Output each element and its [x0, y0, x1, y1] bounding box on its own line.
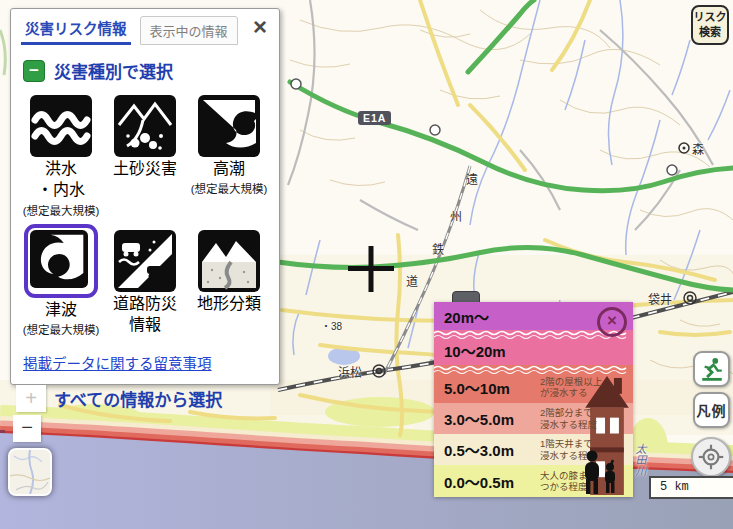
map-label-ota-river: 太田川: [632, 443, 648, 476]
hazard-label: 情報: [129, 316, 161, 334]
data-notes-link[interactable]: 掲載データに関する留意事項: [23, 352, 279, 373]
map-label-enshu-1: 遠: [466, 170, 478, 187]
legend-row-label: 0.5～3.0m: [434, 439, 540, 460]
legend-close-icon[interactable]: ×: [597, 307, 627, 337]
zoom-in-button[interactable]: +: [16, 385, 46, 412]
hazard-button-storm-surge[interactable]: 高潮 (想定最大規模): [187, 95, 271, 218]
flood-icon: [30, 95, 92, 157]
risk-search-label-1: リスク: [693, 10, 727, 25]
storm-surge-icon: [198, 95, 260, 157]
hazard-button-landslide[interactable]: 土砂災害: [103, 95, 187, 218]
hazard-label: ・内水: [37, 181, 85, 199]
hazard-map-app: E1A 森 袋井 浜松 ・38 遠 州 鉄 道 太田川 災害リスク情報 表示中の…: [0, 0, 733, 529]
hazard-label: 地形分類: [197, 295, 261, 313]
map-label-fukuroi: 袋井: [648, 290, 672, 307]
hazard-button-landform[interactable]: 地形分類: [187, 230, 271, 337]
hazard-button-road-hazard[interactable]: 道路防災 情報: [103, 230, 187, 337]
hazard-label: 道路防災: [113, 295, 177, 313]
legend-row-label: 3.0～5.0m: [434, 408, 540, 429]
collapse-icon[interactable]: −: [23, 60, 45, 82]
hazard-note: (想定最大規模): [23, 321, 100, 337]
legend-row: 10～20m: [434, 330, 633, 365]
map-label-enshu-4: 道: [406, 272, 418, 289]
route-badge-e1a: E1A: [358, 111, 391, 125]
landform-icon: [198, 230, 260, 292]
hazard-label: 洪水: [45, 160, 77, 178]
tab-disaster-risk-info[interactable]: 災害リスク情報: [21, 14, 131, 45]
risk-search-button[interactable]: リスク 検索: [691, 5, 729, 45]
map-label-enshu-2: 州: [450, 207, 462, 224]
scale-bar: 5 km: [649, 476, 733, 499]
hazard-type-grid: 洪水 ・内水 (想定最大規模) 土砂災害: [11, 83, 279, 337]
hazard-note: (想定最大規模): [191, 180, 268, 196]
landslide-icon: [114, 95, 176, 157]
legend-row-label: 0.0～0.5m: [434, 471, 540, 492]
minimap-thumbnail: [10, 450, 50, 494]
road-hazard-icon: [114, 230, 176, 292]
close-icon[interactable]: ×: [253, 17, 267, 37]
tab-displayed-info[interactable]: 表示中の情報: [140, 16, 238, 45]
tsunami-icon: [30, 230, 88, 288]
hazard-note: (想定最大規模): [23, 202, 100, 218]
evacuation-sites-button[interactable]: [693, 351, 730, 387]
current-location-button[interactable]: [691, 437, 731, 477]
panel-tabs: 災害リスク情報 表示中の情報 ×: [11, 9, 279, 45]
map-label-spot-height: ・38: [321, 318, 342, 333]
map-label-enshu-3: 鉄: [432, 240, 444, 257]
hazard-button-tsunami[interactable]: 津波 (想定最大規模): [19, 230, 103, 337]
zoom-out-button[interactable]: −: [13, 415, 41, 442]
legend-row-label: 20m～: [434, 306, 540, 327]
adult-and-child-icon: [582, 450, 618, 496]
map-label-hamamatsu: 浜松: [338, 363, 362, 380]
wave-separator: [434, 365, 633, 374]
legend-row: 3.0～5.0m 2階部分まで浸水する程度: [434, 403, 633, 434]
hazard-button-flood[interactable]: 洪水 ・内水 (想定最大規模): [19, 95, 103, 218]
tsunami-depth-legend: 20m～ 10～20m 5.0～10m 2階の屋根以上が浸水する 3.0～5.0…: [434, 302, 633, 497]
legend-row: 5.0～10m 2階の屋根以上が浸水する: [434, 365, 633, 403]
legend-row-desc: 2階の屋根以上が浸水する: [540, 376, 618, 399]
overview-map-button[interactable]: [8, 448, 52, 496]
legend-row-label: 10～20m: [434, 340, 540, 361]
risk-search-label-2: 検索: [693, 25, 727, 40]
location-target-icon: [697, 443, 725, 471]
legend-row-desc: 2階部分まで浸水する程度: [540, 407, 618, 430]
hazard-label: 高潮: [213, 160, 245, 178]
hazard-label: 土砂災害: [113, 160, 177, 178]
selected-hazard-outline: [24, 224, 98, 298]
disaster-risk-panel: 災害リスク情報 表示中の情報 × − 災害種別で選択 洪水 ・内水 (想定最大規…: [10, 8, 280, 385]
legend-button-label: 凡例: [697, 400, 727, 420]
legend-button[interactable]: 凡例: [693, 392, 730, 428]
map-label-mori: 森: [692, 140, 704, 157]
hazard-label: 津波: [45, 301, 77, 319]
evacuation-person-icon: [699, 356, 725, 382]
legend-row-label: 5.0～10m: [434, 377, 540, 398]
section-title-select-by-type: 災害種別で選択: [54, 58, 173, 83]
section-title-select-from-all: すべての情報から選択: [54, 386, 222, 411]
